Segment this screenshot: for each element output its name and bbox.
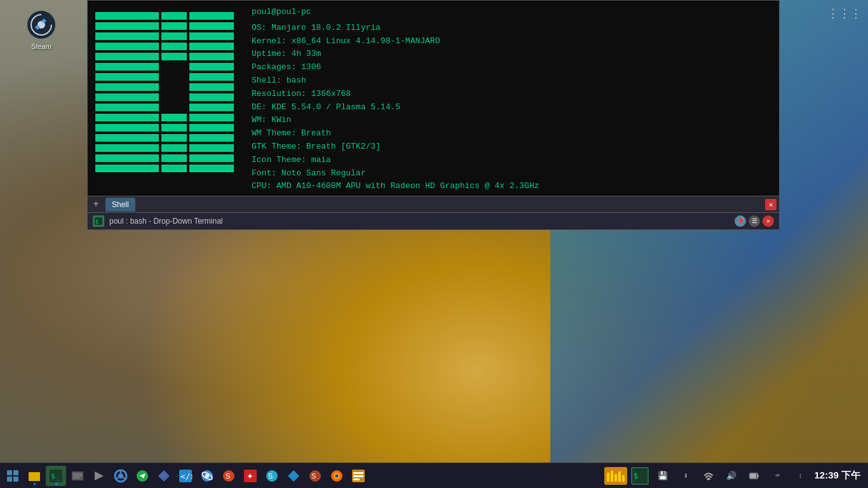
info-uptime: Uptime: 4h 33m [252, 48, 774, 61]
svg-rect-50 [13, 477, 18, 482]
shell-tabbar: + Shell ✕ [87, 196, 780, 212]
info-user-host: poul@poul-pc [252, 6, 774, 19]
svg-rect-48 [13, 470, 18, 475]
svg-rect-7 [95, 63, 159, 71]
neofetch-logo [93, 6, 239, 220]
tab-close-button[interactable]: ✕ [765, 199, 776, 210]
svg-text:S: S [311, 472, 316, 480]
clock-time: 12:39 下午 [814, 470, 860, 482]
taskbar-left: $_ [3, 466, 369, 486]
svg-rect-8 [95, 73, 159, 81]
taskbar-right: $ 💾 ⬇ 🔊 [604, 466, 865, 486]
updown-icon[interactable]: ↕ [790, 466, 810, 486]
chrome-button[interactable] [111, 466, 131, 486]
tray-terminal[interactable]: $ [631, 467, 649, 485]
volume-icon[interactable]: 🔊 [721, 466, 742, 486]
new-tab-button[interactable]: + [89, 198, 103, 212]
active-indicator [34, 483, 36, 485]
info-kernel: Kernel: x86_64 Linux 4.14.98-1-MANJARO [252, 35, 774, 48]
telegram-button[interactable] [132, 466, 153, 486]
info-os: OS: Manjaro 18.0.2 Illyria [252, 22, 774, 35]
svg-rect-32 [189, 43, 234, 50]
red-circle-app-button[interactable]: S [305, 466, 325, 486]
svg-rect-47 [7, 470, 12, 475]
terminal-titlebar: $ poul : bash - Drop-Down Terminal 📌 ☰ ✕ [87, 212, 780, 230]
app-diamond-button[interactable] [154, 466, 174, 486]
info-wm-theme: WM Theme: Breath [252, 127, 774, 140]
svg-rect-3 [95, 22, 159, 30]
svg-text:S: S [268, 472, 273, 480]
info-wm: WM: KWin [252, 114, 774, 127]
orange-app-button[interactable] [348, 466, 369, 486]
svg-rect-14 [95, 134, 159, 142]
svg-point-95 [708, 479, 709, 480]
terminal-content[interactable]: poul@poul-pc OS: Manjaro 18.0.2 Illyria … [88, 1, 779, 228]
svg-rect-5 [95, 43, 159, 50]
svg-rect-12 [95, 114, 159, 121]
svg-rect-37 [189, 93, 234, 101]
svg-text:✦: ✦ [247, 471, 254, 481]
svg-rect-41 [189, 134, 234, 142]
svg-rect-6 [95, 53, 159, 60]
steam-desktop-icon[interactable]: Steam [19, 10, 64, 50]
info-font: Font: Noto Sans Regular [252, 167, 774, 180]
menu-button[interactable]: ☰ [749, 215, 760, 227]
svg-marker-65 [158, 470, 170, 482]
svg-rect-98 [750, 474, 756, 478]
close-button[interactable]: ✕ [763, 215, 774, 227]
svg-rect-15 [95, 144, 159, 152]
svg-rect-19 [161, 22, 187, 30]
hdd-icon[interactable]: 💾 [653, 466, 673, 486]
app4-button[interactable] [67, 466, 88, 486]
wifi-icon[interactable] [698, 466, 719, 486]
svg-rect-20 [161, 32, 187, 40]
svg-rect-43 [189, 154, 234, 162]
keyboard-icon[interactable]: ⌨ [767, 466, 787, 486]
svg-rect-31 [189, 32, 234, 40]
svg-rect-89 [611, 471, 613, 482]
info-icon: Icon Theme: maia [252, 154, 774, 167]
svg-rect-33 [189, 53, 234, 60]
performance-button[interactable] [604, 467, 627, 485]
svg-point-69 [205, 474, 209, 478]
app5-button[interactable] [89, 466, 109, 486]
clock[interactable]: 12:39 下午 [814, 470, 860, 482]
svg-marker-58 [95, 471, 104, 480]
pin-button[interactable]: 📌 [735, 215, 746, 227]
svg-rect-9 [95, 83, 159, 91]
svg-text:S: S [226, 472, 230, 480]
svg-marker-77 [288, 470, 299, 482]
svg-rect-11 [95, 104, 159, 111]
svg-rect-2 [95, 12, 159, 20]
svg-rect-21 [161, 43, 187, 50]
shell-tab[interactable]: Shell [105, 198, 135, 212]
svg-rect-36 [189, 83, 234, 91]
red-x-app-button[interactable]: ✦ [240, 466, 261, 486]
svg-rect-42 [189, 144, 234, 152]
svg-rect-10 [95, 93, 159, 101]
kde-menu-button[interactable] [3, 466, 23, 486]
atom-button[interactable] [197, 466, 217, 486]
svg-rect-90 [614, 474, 617, 482]
svg-text:$_: $_ [51, 472, 60, 480]
battery-icon[interactable] [744, 466, 764, 486]
steam-label: Steam [31, 43, 51, 50]
grid-icon[interactable]: ⋮⋮⋮ [827, 6, 862, 20]
svg-rect-24 [161, 124, 187, 132]
firefox-button[interactable] [327, 466, 347, 486]
svg-rect-30 [189, 22, 234, 30]
svg-point-60 [118, 473, 123, 478]
vscode-button[interactable]: </> [175, 466, 196, 486]
svg-rect-27 [161, 154, 187, 162]
svg-rect-51 [29, 472, 40, 481]
desktop: ⋮⋮⋮ Steam [0, 0, 868, 488]
red-app-button[interactable]: S [219, 466, 239, 486]
svg-text:$: $ [634, 471, 638, 480]
blue-arrow-app-button[interactable] [283, 466, 304, 486]
svg-rect-39 [189, 114, 234, 121]
terminal-window: poul@poul-pc OS: Manjaro 18.0.2 Illyria … [87, 0, 780, 229]
update-icon[interactable]: ⬇ [675, 466, 696, 486]
terminal-app-icon: $ [93, 215, 104, 227]
cyan-app-button[interactable]: S [262, 466, 282, 486]
svg-text:$: $ [95, 219, 98, 225]
